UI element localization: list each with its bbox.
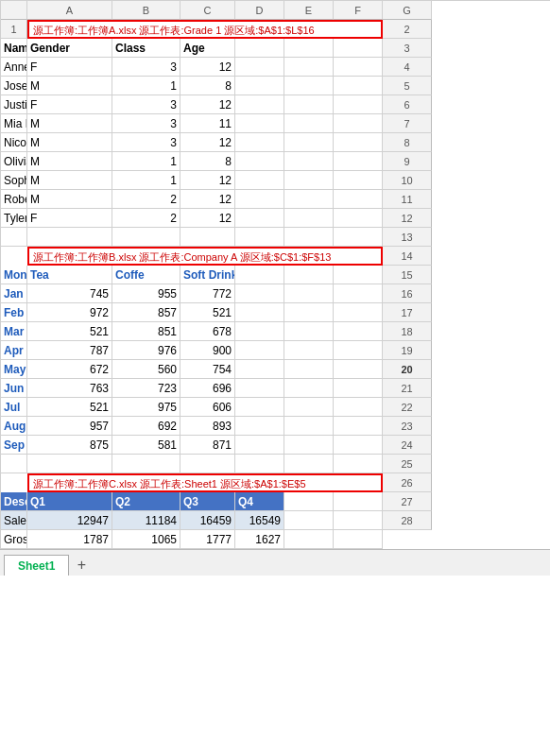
cell-5e[interactable] xyxy=(235,95,284,114)
cell-17d[interactable]: 678 xyxy=(180,322,235,341)
cell-24e[interactable] xyxy=(235,455,284,473)
cell-18b[interactable]: 787 xyxy=(27,341,112,360)
cell-20e[interactable] xyxy=(235,379,284,398)
sheet1-tab[interactable]: Sheet1 xyxy=(4,555,69,576)
cell-22f[interactable] xyxy=(284,417,334,436)
cell-21d[interactable]: 606 xyxy=(180,398,235,417)
cell-24f[interactable] xyxy=(284,455,334,473)
cell-10e[interactable] xyxy=(235,190,284,209)
cell-7f[interactable] xyxy=(284,133,334,152)
cell-2d[interactable]: Age xyxy=(180,39,235,58)
cell-26a[interactable]: Description xyxy=(1,492,27,511)
cell-4b[interactable]: M xyxy=(27,77,112,95)
cell-18f[interactable] xyxy=(284,341,334,360)
cell-18d[interactable]: 900 xyxy=(180,341,235,360)
cell-16d[interactable]: 521 xyxy=(180,303,235,322)
cell-17g[interactable] xyxy=(334,322,383,341)
cell-5b[interactable]: F xyxy=(27,95,112,114)
cell-19a[interactable]: May xyxy=(1,360,27,379)
cell-23b[interactable]: 875 xyxy=(27,436,112,455)
cell-4e[interactable] xyxy=(235,77,284,95)
cell-18c[interactable]: 976 xyxy=(112,341,180,360)
cell-17c[interactable]: 851 xyxy=(112,322,180,341)
cell-2b[interactable]: Gender xyxy=(27,39,112,58)
cell-5d[interactable]: 12 xyxy=(180,95,235,114)
cell-17f[interactable] xyxy=(284,322,334,341)
cell-22a[interactable]: Aug xyxy=(1,417,27,436)
cell-12d[interactable] xyxy=(180,228,235,247)
cell-17b[interactable]: 521 xyxy=(27,322,112,341)
cell-11g[interactable] xyxy=(334,209,383,228)
cell-23g[interactable] xyxy=(334,436,383,455)
cell-8b[interactable]: M xyxy=(27,152,112,171)
cell-11a[interactable]: Tyler Link xyxy=(1,209,27,228)
cell-14f[interactable] xyxy=(284,266,334,284)
cell-23a[interactable]: Sep xyxy=(1,436,27,455)
cell-4d[interactable]: 8 xyxy=(180,77,235,95)
cell-14c[interactable]: Coffe xyxy=(112,266,180,284)
cell-27f[interactable] xyxy=(284,511,334,530)
cell-20g[interactable] xyxy=(334,379,383,398)
cell-8a[interactable]: Olivia Kin xyxy=(1,152,27,171)
cell-20c[interactable]: 723 xyxy=(112,379,180,398)
cell-7d[interactable]: 12 xyxy=(180,133,235,152)
cell-5g[interactable] xyxy=(334,95,383,114)
cell-2c[interactable]: Class xyxy=(112,39,180,58)
cell-14a[interactable]: Month xyxy=(1,266,27,284)
cell-19f[interactable] xyxy=(284,360,334,379)
cell-8d[interactable]: 8 xyxy=(180,152,235,171)
cell-26d[interactable]: Q3 xyxy=(180,492,235,511)
cell-17e[interactable] xyxy=(235,322,284,341)
cell-7c[interactable]: 3 xyxy=(112,133,180,152)
cell-15f[interactable] xyxy=(284,284,334,303)
cell-19d[interactable]: 754 xyxy=(180,360,235,379)
cell-19c[interactable]: 560 xyxy=(112,360,180,379)
add-sheet-button[interactable]: + xyxy=(71,555,92,576)
cell-7b[interactable]: M xyxy=(27,133,112,152)
cell-27d[interactable]: 16459 xyxy=(180,511,235,530)
cell-8c[interactable]: 1 xyxy=(112,152,180,171)
cell-4f[interactable] xyxy=(284,77,334,95)
cell-9g[interactable] xyxy=(334,171,383,190)
cell-8g[interactable] xyxy=(334,152,383,171)
cell-2g[interactable] xyxy=(334,39,383,58)
cell-7e[interactable] xyxy=(235,133,284,152)
cell-5c[interactable]: 3 xyxy=(112,95,180,114)
cell-22c[interactable]: 692 xyxy=(112,417,180,436)
cell-6f[interactable] xyxy=(284,114,334,133)
cell-22g[interactable] xyxy=(334,417,383,436)
cell-28e[interactable]: 1627 xyxy=(235,530,284,549)
cell-22e[interactable] xyxy=(235,417,284,436)
cell-15b[interactable]: 745 xyxy=(27,284,112,303)
cell-24b[interactable] xyxy=(27,455,112,473)
cell-10d[interactable]: 12 xyxy=(180,190,235,209)
cell-18e[interactable] xyxy=(235,341,284,360)
cell-18a[interactable]: Apr xyxy=(1,341,27,360)
cell-12a[interactable] xyxy=(1,228,27,247)
cell-9e[interactable] xyxy=(235,171,284,190)
cell-16b[interactable]: 972 xyxy=(27,303,112,322)
cell-3d[interactable]: 12 xyxy=(180,58,235,77)
cell-11c[interactable]: 2 xyxy=(112,209,180,228)
cell-14b[interactable]: Tea xyxy=(27,266,112,284)
cell-11e[interactable] xyxy=(235,209,284,228)
cell-16f[interactable] xyxy=(284,303,334,322)
cell-26f[interactable] xyxy=(284,492,334,511)
cell-3c[interactable]: 3 xyxy=(112,58,180,77)
cell-26c[interactable]: Q2 xyxy=(112,492,180,511)
cell-10f[interactable] xyxy=(284,190,334,209)
cell-4a[interactable]: Jose Lee xyxy=(1,77,27,95)
cell-6b[interactable]: M xyxy=(27,114,112,133)
cell-6d[interactable]: 11 xyxy=(180,114,235,133)
cell-27a[interactable]: Sales xyxy=(1,511,27,530)
cell-3g[interactable] xyxy=(334,58,383,77)
cell-27b[interactable]: 12947 xyxy=(27,511,112,530)
cell-10g[interactable] xyxy=(334,190,383,209)
cell-6e[interactable] xyxy=(235,114,284,133)
cell-3e[interactable] xyxy=(235,58,284,77)
cell-8f[interactable] xyxy=(284,152,334,171)
cell-3f[interactable] xyxy=(284,58,334,77)
cell-17a[interactable]: Mar xyxy=(1,322,27,341)
cell-12g[interactable] xyxy=(334,228,383,247)
cell-21c[interactable]: 975 xyxy=(112,398,180,417)
